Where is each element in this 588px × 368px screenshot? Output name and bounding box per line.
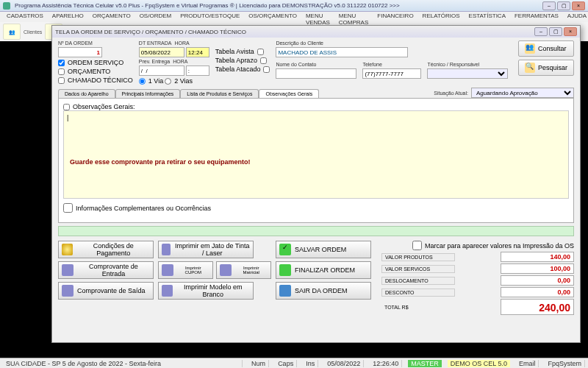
main-menu: CADASTROS APARELHO ORÇAMENTO OS/ORDEM PR… [0, 12, 588, 22]
sb-email[interactable]: Email [516, 360, 539, 367]
sb-fpq[interactable]: FpqSystem [545, 360, 585, 367]
desconto: 0,00 [501, 287, 574, 297]
situacao-select[interactable]: Aguardando Aprovação [471, 88, 574, 98]
valor-produtos: 140,00 [501, 252, 574, 262]
dt-entrada-input[interactable] [139, 47, 184, 57]
sb-ins: Ins [303, 360, 318, 367]
obs-title: Observações Gerais: [73, 103, 135, 110]
tab-observacoes[interactable]: Observações Gerais [259, 89, 319, 98]
imprimir-jato-button[interactable]: Imprimir em Jato de Tinta / Laser [158, 241, 254, 258]
statusbar: SUA CIDADE - SP 5 de Agosto de 2022 - Se… [0, 358, 588, 368]
win-maximize[interactable]: ▢ [549, 27, 562, 36]
toolbar-clientes-icon[interactable]: 👥 [3, 24, 21, 40]
tecnico-select[interactable] [427, 68, 508, 79]
chk-chamado[interactable]: CHAMADO TÉCNICO [58, 77, 133, 84]
observacoes-textarea[interactable]: | Guarde esse comprovante pra retirar o … [63, 110, 569, 199]
prev-label: Prev. Entrega [139, 59, 170, 64]
menu-financeiro[interactable]: FINANCEIRO [373, 12, 417, 22]
telefone-input[interactable] [362, 68, 421, 79]
prev-hora-input[interactable] [186, 66, 209, 76]
consultar-icon: 👥 [525, 43, 535, 54]
toolbar-clientes-label: Clientes [24, 29, 42, 35]
sb-city: SUA CIDADE - SP 5 de Agosto de 2022 - Se… [3, 360, 243, 367]
imprimir-cupom-button[interactable]: Imprimir CUPOM [158, 261, 213, 279]
win-close[interactable]: × [564, 27, 577, 36]
hora-input[interactable] [186, 47, 209, 57]
close-button[interactable]: × [572, 1, 585, 10]
maximize-button[interactable]: ▢ [557, 1, 570, 10]
app-title: Programa Assistência Técnica Celular v5.… [15, 2, 538, 9]
menu-cadastros[interactable]: CADASTROS [3, 12, 47, 22]
chk-tabela-aprazo[interactable]: Tabela Aprazo [215, 57, 270, 64]
sb-date: 05/08/2022 [324, 360, 364, 367]
salvar-ordem-button[interactable]: ✓SALVAR ORDEM [276, 241, 371, 258]
num-ordem-input[interactable] [58, 47, 102, 57]
radio-2vias[interactable]: 2 Vias [165, 77, 193, 85]
chk-tabela-atacado[interactable]: Tabela Atacado [215, 66, 270, 73]
condicoes-pagamento-button[interactable]: Condições de Pagamento [58, 241, 154, 258]
prev-entrega-input[interactable] [139, 66, 184, 76]
blank-icon [162, 285, 173, 297]
exit-icon [279, 285, 291, 297]
tab-lista-produtos[interactable]: Lista de Produtos e Serviços [180, 89, 259, 98]
minimize-button[interactable]: – [542, 1, 556, 10]
sb-num: Num [248, 360, 269, 367]
menu-ajuda[interactable]: AJUDA [564, 12, 588, 22]
menu-aparelho[interactable]: APARELHO [49, 12, 87, 22]
printer-icon [162, 244, 171, 255]
valor-servicos: 100,00 [501, 263, 574, 274]
sb-caps: Caps [275, 360, 297, 367]
contato-input[interactable] [276, 68, 356, 79]
flag-icon [279, 264, 291, 276]
sair-ordem-button[interactable]: SAIR DA ORDEM [276, 282, 371, 300]
tab-dados-aparelho[interactable]: Dados do Aparelho [58, 89, 115, 98]
imprimir-branco-button[interactable]: Imprimir Modelo em Branco [158, 282, 254, 300]
menu-vendas[interactable]: MENU VENDAS [302, 12, 334, 22]
win-minimize[interactable]: – [534, 27, 548, 36]
os-window: TELA DA ORDEM DE SERVIÇO / ORÇAMENTO / C… [51, 25, 581, 343]
deslocamento-label: DESLOCAMENTO [381, 277, 455, 285]
consultar-button[interactable]: 👥Consultar [518, 40, 574, 57]
sb-demo: DEMO OS CEL 5.0 [448, 360, 510, 367]
imprimir-matricial-button[interactable]: Imprimir Matricial [216, 261, 271, 279]
chk-orcamento[interactable]: ORÇAMENTO [58, 68, 133, 75]
finalizar-ordem-button[interactable]: FINALIZAR ORDEM [276, 261, 371, 279]
pesquisar-button[interactable]: 🔍Pesquisar [518, 60, 574, 76]
menu-osorc[interactable]: OS/ORÇAMENTO [245, 12, 301, 22]
menu-estatistica[interactable]: ESTATÍSTICA [465, 12, 509, 22]
obs-checkbox[interactable] [63, 104, 70, 110]
menu-compras[interactable]: MENU COMPRAS [335, 12, 372, 22]
menu-ferramentas[interactable]: FERRAMENTAS [511, 12, 562, 22]
desconto-label: DESCONTO [381, 289, 455, 297]
radio-1via[interactable]: 1 Via [139, 77, 163, 85]
menu-osordem[interactable]: OS/ORDEM [136, 12, 176, 22]
situacao-label: Situação Atual: [434, 91, 468, 96]
valor-produtos-label: VALOR PRODUTOS [381, 253, 455, 261]
valor-servicos-label: VALOR SERVICOS [381, 265, 455, 273]
cliente-input[interactable] [276, 47, 408, 57]
chk-ordem-servico[interactable]: ORDEM SERVIÇO [58, 59, 133, 66]
green-separator [58, 226, 574, 236]
prev-hora-label: HORA [173, 59, 187, 64]
deslocamento: 0,00 [501, 275, 574, 286]
pesquisar-icon: 🔍 [525, 63, 535, 73]
comprovante-entrada-button[interactable]: Comprovante de Entrada [58, 261, 154, 279]
chk-tabela-avista[interactable]: Tabela Avista [215, 48, 270, 55]
print-icon [62, 285, 74, 297]
menu-relatorios[interactable]: RELATÓRIOS [419, 12, 464, 22]
tab-principais-info[interactable]: Principais Informações [115, 89, 181, 98]
marcar-valores-check[interactable]: Marcar para aparecer valores na Impressã… [381, 241, 574, 250]
menu-orcamento[interactable]: ORÇAMENTO [89, 12, 135, 22]
window-title: TELA DA ORDEM DE SERVIÇO / ORÇAMENTO / C… [55, 29, 534, 35]
menu-produto[interactable]: PRODUTO/ESTOQUE [176, 12, 243, 22]
obs-message: Guarde esse comprovante pra retirar o se… [70, 158, 251, 166]
sb-master: MASTER [408, 360, 442, 367]
hora-label: HORA [174, 40, 189, 46]
dt-label: DT ENTRADA [139, 40, 172, 46]
info-comp-checkbox[interactable] [63, 203, 73, 213]
check-icon: ✓ [279, 244, 291, 255]
tecnico-label: Técnico / Responsável [427, 62, 508, 67]
dotmatrix-icon [220, 264, 232, 276]
comprovante-saida-button[interactable]: Comprovante de Saída [58, 282, 154, 300]
total-label: TOTAL R$ [381, 304, 455, 311]
